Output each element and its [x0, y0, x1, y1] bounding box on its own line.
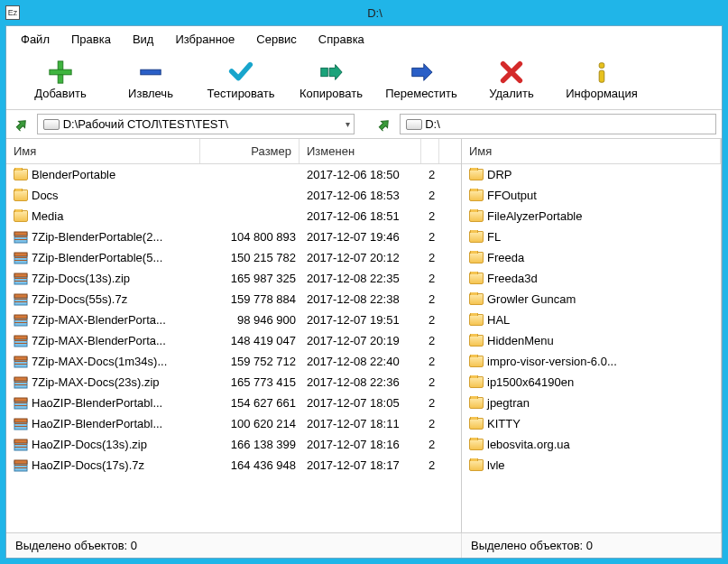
info-button[interactable]: Информация: [557, 58, 647, 102]
drive-icon: [406, 119, 422, 130]
col-name[interactable]: Имя: [6, 139, 200, 163]
test-button[interactable]: Тестировать: [196, 58, 286, 102]
nav-up-right-icon[interactable]: [374, 115, 394, 134]
copy-button[interactable]: Копировать: [286, 58, 376, 102]
file-size: 159 778 884: [202, 292, 301, 306]
minus-icon: [136, 60, 165, 85]
table-row[interactable]: HaoZIP-BlenderPortabl...154 627 6612017-…: [6, 393, 461, 413]
table-row[interactable]: ip1500x64190en: [462, 372, 721, 393]
file-extra: 2: [423, 417, 441, 430]
table-row[interactable]: Freeda: [462, 247, 721, 268]
table-row[interactable]: jpegtran: [462, 393, 721, 413]
menu-вид[interactable]: Вид: [124, 30, 163, 49]
archive-icon: [14, 251, 28, 265]
folder-icon: [469, 335, 484, 347]
table-row[interactable]: KITTY: [462, 413, 721, 434]
table-row[interactable]: FileAlyzerPortable: [462, 206, 721, 227]
info-icon: [587, 60, 616, 85]
archive-icon: [14, 417, 28, 431]
table-row[interactable]: FFOutput: [462, 185, 721, 206]
file-date: 2017-12-07 19:46: [301, 230, 423, 244]
headers-left: Имя Размер Изменен: [6, 139, 461, 164]
file-date: 2017-12-07 20:19: [301, 334, 423, 347]
menu-правка[interactable]: Правка: [62, 30, 120, 49]
table-row[interactable]: HaoZIP-Docs(17s).7z164 436 9482017-12-07…: [6, 455, 461, 476]
file-date: 2017-12-08 22:36: [301, 375, 423, 389]
file-name: 7Zip-Docs(55s).7z: [32, 292, 127, 306]
archive-icon: [14, 438, 28, 452]
toolbar-label: Тестировать: [207, 87, 274, 100]
archive-icon: [14, 375, 28, 390]
status-left: Выделено объектов: 0: [6, 533, 462, 558]
file-name: HaoZIP-Docs(13s).zip: [32, 438, 147, 451]
table-row[interactable]: HaoZIP-BlenderPortabl...100 620 2142017-…: [6, 413, 461, 434]
col-date[interactable]: Изменен: [299, 139, 421, 163]
table-row[interactable]: Growler Guncam: [462, 289, 721, 310]
table-row[interactable]: FL: [462, 227, 721, 247]
move-button[interactable]: Переместить: [376, 58, 466, 102]
table-row[interactable]: Media2017-12-06 18:512: [6, 206, 461, 227]
nav-up-left-icon[interactable]: [12, 115, 32, 134]
menu-файл[interactable]: Файл: [12, 30, 59, 49]
path-input-right[interactable]: D:\: [400, 114, 717, 134]
file-size: 159 752 712: [202, 355, 301, 368]
file-name: 7Zip-MAX-BlenderPorta...: [32, 334, 166, 347]
table-row[interactable]: lebosvita.org.ua: [462, 434, 721, 455]
drive-icon: [43, 119, 60, 130]
titlebar[interactable]: Ez D:\: [0, 0, 728, 25]
file-name: HaoZIP-BlenderPortabl...: [32, 396, 162, 410]
file-size: 150 215 782: [202, 251, 301, 264]
list-left[interactable]: BlenderPortable2017-12-06 18:502Docs2017…: [6, 164, 461, 532]
file-date: 2017-12-06 18:50: [301, 168, 423, 181]
file-name: HiddenMenu: [487, 334, 554, 347]
table-row[interactable]: 7Zip-Docs(13s).zip165 987 3252017-12-08 …: [6, 268, 461, 289]
file-name: KITTY: [487, 417, 521, 430]
table-row[interactable]: HAL: [462, 310, 721, 330]
file-extra: 2: [423, 272, 441, 285]
table-row[interactable]: HaoZIP-Docs(13s).zip166 138 3992017-12-0…: [6, 434, 461, 455]
file-extra: 2: [423, 168, 441, 181]
col-extra[interactable]: [421, 139, 439, 163]
file-extra: 2: [423, 438, 441, 451]
table-row[interactable]: 7Zip-BlenderPortable(2...104 800 8932017…: [6, 227, 461, 247]
file-name: jpegtran: [487, 396, 530, 410]
list-right[interactable]: DRPFFOutputFileAlyzerPortableFLFreedaFre…: [462, 164, 721, 532]
col-name[interactable]: Имя: [462, 139, 721, 163]
table-row[interactable]: 7Zip-MAX-Docs(1m34s)...159 752 7122017-1…: [6, 351, 461, 372]
col-size[interactable]: Размер: [200, 139, 299, 163]
table-row[interactable]: Docs2017-12-06 18:532: [6, 185, 461, 206]
file-date: 2017-12-08 22:40: [301, 355, 423, 368]
folder-icon: [469, 190, 484, 201]
chevron-down-icon[interactable]: ▾: [346, 119, 350, 129]
file-size: 98 946 900: [202, 313, 301, 327]
table-row[interactable]: 7Zip-BlenderPortable(5...150 215 7822017…: [6, 247, 461, 268]
menu-избранное[interactable]: Избранное: [166, 30, 244, 49]
file-date: 2017-12-07 18:16: [301, 438, 423, 451]
file-size: 148 419 047: [202, 334, 301, 347]
archive-icon: [14, 396, 28, 411]
file-extra: 2: [423, 292, 441, 306]
table-row[interactable]: 7Zip-MAX-BlenderPorta...98 946 9002017-1…: [6, 310, 461, 330]
folder-icon: [469, 273, 484, 284]
archive-icon: [14, 458, 28, 473]
table-row[interactable]: HiddenMenu: [462, 330, 721, 351]
file-name: FL: [487, 230, 501, 244]
add-button[interactable]: Добавить: [15, 58, 106, 102]
menu-сервис[interactable]: Сервис: [247, 30, 306, 49]
table-row[interactable]: 7Zip-MAX-Docs(23s).zip165 773 4152017-12…: [6, 372, 461, 393]
headers-right: Имя: [462, 139, 721, 164]
table-row[interactable]: 7Zip-Docs(55s).7z159 778 8842017-12-08 2…: [6, 289, 461, 310]
table-row[interactable]: DRP: [462, 164, 721, 185]
table-row[interactable]: Freeda3d: [462, 268, 721, 289]
file-extra: 2: [423, 209, 441, 223]
table-row[interactable]: 7Zip-MAX-BlenderPorta...148 419 0472017-…: [6, 330, 461, 351]
path-input-left[interactable]: D:\Рабочий СТОЛ\TEST\TEST\ ▾: [37, 114, 355, 134]
menu-справка[interactable]: Справка: [309, 30, 373, 49]
table-row[interactable]: lvle: [462, 455, 721, 476]
file-name: 7Zip-Docs(13s).zip: [32, 272, 130, 285]
table-row[interactable]: impro-visor-version-6.0...: [462, 351, 721, 372]
table-row[interactable]: BlenderPortable2017-12-06 18:502: [6, 164, 461, 185]
file-name: 7Zip-MAX-BlenderPorta...: [32, 313, 166, 327]
delete-button[interactable]: Удалить: [466, 58, 557, 102]
extract-button[interactable]: Извлечь: [106, 58, 196, 102]
